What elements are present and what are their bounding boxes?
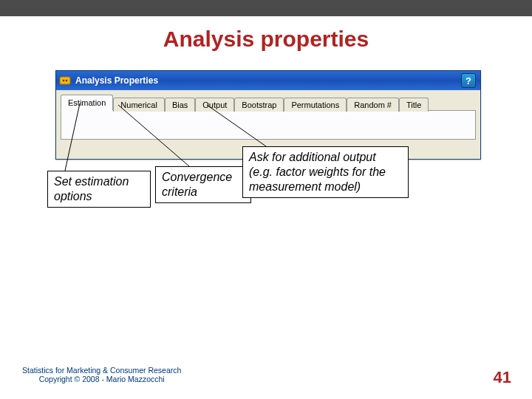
tab-label: Random # — [354, 100, 392, 109]
tab-label: Permutations — [291, 100, 339, 109]
titlebar[interactable]: Analysis Properties ? — [56, 71, 480, 90]
callout-output: Ask for additional output (e.g. factor w… — [242, 146, 409, 198]
titlebar-text: Analysis Properties — [75, 75, 158, 86]
page-number: 41 — [494, 368, 511, 387]
tab-label: Bias — [172, 100, 188, 109]
footer-line1: Statistics for Marketing & Consumer Rese… — [22, 366, 181, 375]
callout-convergence: Convergence criteria — [155, 166, 251, 203]
tab-label: Output — [202, 100, 227, 109]
svg-rect-0 — [60, 77, 70, 84]
tab-permutations[interactable]: Permutations — [284, 98, 347, 112]
tab-bootstrap[interactable]: Bootstrap — [234, 98, 284, 112]
svg-point-1 — [63, 80, 65, 82]
tab-label: Bootstrap — [242, 100, 276, 109]
svg-point-2 — [66, 80, 68, 82]
tab-numerical[interactable]: Numerical — [113, 98, 165, 112]
footer: Statistics for Marketing & Consumer Rese… — [22, 366, 181, 384]
tab-panel — [61, 110, 476, 140]
app-icon — [59, 75, 71, 86]
slide-title: Analysis properties — [0, 27, 532, 52]
tab-output[interactable]: Output — [195, 98, 234, 112]
tab-label: Title — [406, 100, 421, 109]
tab-label: Estimation — [68, 98, 106, 107]
callout-text: Set estimation options — [54, 175, 129, 202]
help-button[interactable]: ? — [461, 73, 476, 88]
tab-title[interactable]: Title — [399, 98, 429, 112]
callout-text: Convergence criteria — [162, 171, 232, 198]
tab-estimation[interactable]: Estimation — [61, 95, 113, 111]
callout-estimation: Set estimation options — [47, 171, 151, 208]
tab-bias[interactable]: Bias — [165, 98, 195, 112]
tab-label: Numerical — [120, 100, 157, 109]
top-bar — [0, 0, 532, 16]
callout-text: Ask for additional output (e.g. factor w… — [249, 151, 386, 193]
tab-strip: Estimation Numerical Bias Output Bootstr… — [61, 95, 476, 111]
footer-line2: Copyright © 2008 - Mario Mazzocchi — [22, 375, 181, 384]
tab-random[interactable]: Random # — [347, 98, 399, 112]
